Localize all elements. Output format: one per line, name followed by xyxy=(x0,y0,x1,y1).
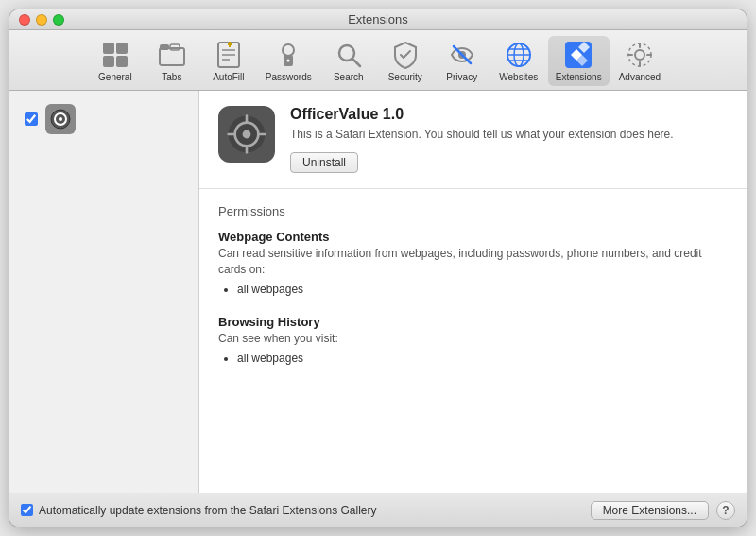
svg-rect-1 xyxy=(116,43,128,54)
titlebar: Extensions xyxy=(9,9,747,30)
security-icon xyxy=(390,40,421,70)
svg-point-25 xyxy=(635,50,644,60)
uninstall-button[interactable]: Uninstall xyxy=(290,152,358,173)
maximize-button[interactable] xyxy=(53,14,64,26)
advanced-icon xyxy=(625,40,655,70)
perm-list-item: all webpages xyxy=(237,350,728,368)
extension-detail-panel: OfficerValue 1.0 This is a Safari Extens… xyxy=(198,91,747,493)
extension-name: OfficerValue 1.0 xyxy=(290,106,728,123)
extensions-sidebar xyxy=(9,91,198,493)
tab-tabs[interactable]: Tabs xyxy=(145,36,199,86)
tabs-icon xyxy=(157,40,187,70)
permissions-heading: Permissions xyxy=(218,204,728,218)
tab-security-label: Security xyxy=(388,72,422,82)
permission-webpage-contents-name: Webpage Contents xyxy=(218,230,728,244)
svg-rect-2 xyxy=(103,56,114,67)
extension-description: This is a Safari Extension. You should t… xyxy=(290,127,728,143)
extension-header: OfficerValue 1.0 This is a Safari Extens… xyxy=(199,91,747,189)
window-controls xyxy=(19,14,64,26)
extension-enable-checkbox[interactable] xyxy=(25,112,38,126)
toolbar: General Tabs xyxy=(9,30,747,91)
permission-webpage-contents: Webpage Contents Can read sensitive info… xyxy=(218,230,728,300)
permissions-section: Permissions Webpage Contents Can read se… xyxy=(199,189,747,399)
permission-browsing-history: Browsing History Can see when you visit:… xyxy=(218,315,728,369)
tab-advanced[interactable]: Advanced xyxy=(611,36,668,86)
tab-websites[interactable]: Websites xyxy=(491,36,546,86)
tab-advanced-label: Advanced xyxy=(619,72,661,82)
bottom-right-controls: More Extensions... ? xyxy=(591,501,735,520)
search-icon xyxy=(334,40,364,70)
svg-point-13 xyxy=(287,60,290,62)
tab-privacy[interactable]: Privacy xyxy=(435,36,490,86)
extension-sidebar-icon xyxy=(45,104,76,134)
window-title: Extensions xyxy=(348,12,408,26)
tab-autofill[interactable]: AutoFill xyxy=(201,36,256,86)
auto-update-text: Automatically update extensions from the… xyxy=(39,504,377,517)
svg-rect-3 xyxy=(116,56,128,67)
tab-search[interactable]: Search xyxy=(321,36,376,86)
tab-privacy-label: Privacy xyxy=(446,72,477,82)
tab-general-label: General xyxy=(98,72,132,82)
tab-extensions[interactable]: Extensions xyxy=(548,36,610,86)
auto-update-checkbox[interactable] xyxy=(21,504,33,516)
passwords-icon xyxy=(273,40,303,70)
svg-point-36 xyxy=(243,130,251,139)
minimize-button[interactable] xyxy=(36,14,47,26)
permission-browsing-history-desc: Can see when you visit: xyxy=(218,331,728,347)
main-window: Extensions General xyxy=(9,9,747,527)
autofill-icon xyxy=(214,40,244,70)
svg-point-11 xyxy=(283,44,294,56)
tab-general[interactable]: General xyxy=(88,36,143,86)
more-extensions-button[interactable]: More Extensions... xyxy=(591,501,709,520)
permission-webpage-contents-desc: Can read sensitive information from webp… xyxy=(218,246,728,278)
svg-rect-0 xyxy=(103,43,114,54)
tab-search-label: Search xyxy=(334,72,364,82)
tab-passwords-label: Passwords xyxy=(266,72,312,82)
help-button[interactable]: ? xyxy=(716,501,735,520)
permission-browsing-history-list: all webpages xyxy=(237,350,728,368)
close-button[interactable] xyxy=(19,14,30,26)
tab-passwords[interactable]: Passwords xyxy=(258,36,319,86)
extension-info: OfficerValue 1.0 This is a Safari Extens… xyxy=(290,106,728,173)
svg-rect-5 xyxy=(160,44,169,50)
svg-line-17 xyxy=(404,51,410,58)
permission-browsing-history-name: Browsing History xyxy=(218,315,728,329)
extension-list-item[interactable] xyxy=(17,98,190,140)
privacy-icon xyxy=(447,40,477,70)
bottom-bar: Automatically update extensions from the… xyxy=(9,493,747,527)
tab-security[interactable]: Security xyxy=(378,36,433,86)
tab-websites-label: Websites xyxy=(499,72,538,82)
svg-point-33 xyxy=(59,117,62,121)
auto-update-label[interactable]: Automatically update extensions from the… xyxy=(21,504,377,517)
tab-autofill-label: AutoFill xyxy=(213,72,244,82)
perm-list-item: all webpages xyxy=(237,281,728,299)
permission-webpage-contents-list: all webpages xyxy=(237,281,728,299)
websites-icon xyxy=(504,40,534,70)
svg-line-15 xyxy=(352,59,360,66)
extensions-icon xyxy=(563,40,593,70)
tab-extensions-label: Extensions xyxy=(556,72,602,82)
content-area: OfficerValue 1.0 This is a Safari Extens… xyxy=(9,91,747,493)
tab-tabs-label: Tabs xyxy=(162,72,181,82)
extension-big-icon xyxy=(218,106,275,163)
general-icon xyxy=(100,40,130,70)
